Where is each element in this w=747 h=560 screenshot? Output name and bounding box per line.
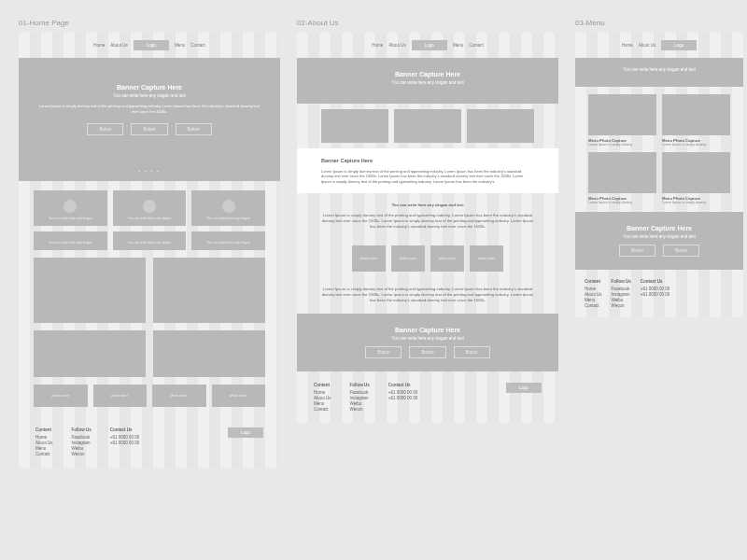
feature-card[interactable]: You can write here any slogan (113, 231, 187, 250)
menu-subtext: Lorem Ipsum is simply dummy (662, 201, 730, 204)
footer: Content Home About Us Menu Contact Follo… (19, 416, 280, 468)
banner-button[interactable]: Button (365, 346, 402, 358)
menu-card[interactable]: Menu Photo Capture Lorem Ipsum is simply… (588, 152, 656, 204)
footer-logo[interactable]: Logo (228, 427, 263, 438)
footer: Content Home About Us Menu Contact Follo… (575, 270, 743, 317)
logo[interactable]: Logo (661, 40, 697, 50)
footer-link[interactable]: Contact (585, 303, 602, 308)
menu-subtext: Lorem Ipsum is simply dummy (662, 143, 730, 147)
nav-contact[interactable]: Contact (469, 43, 484, 48)
nav-menu[interactable]: Menu (453, 43, 463, 48)
nav-home[interactable]: Home (93, 43, 105, 48)
section-heading: Banner Capture Here (321, 158, 529, 165)
footer-link[interactable]: Home (314, 390, 331, 395)
footer-phone: +61 0000 00 00 (641, 292, 669, 297)
banner-button[interactable]: Button (131, 123, 167, 135)
footer-link[interactable]: Menu (585, 298, 602, 302)
nav-home[interactable]: Home (372, 43, 383, 48)
banner-button[interactable]: Button (454, 346, 490, 358)
footer-link[interactable]: Wecon (350, 407, 370, 412)
thumbnail[interactable]: photo name (152, 385, 206, 407)
nav-about[interactable]: About Us (639, 43, 656, 48)
stat-box: photo name (430, 245, 464, 272)
wireframe-home: Home About Us Logo Menu Contact Banner C… (19, 33, 280, 468)
footer-link[interactable]: Wecon (612, 303, 631, 308)
footer-link[interactable]: Facebook (350, 390, 370, 395)
footer-link[interactable]: About Us (35, 441, 53, 445)
image-placeholder (34, 330, 146, 377)
footer-phone: +61 0000 00 00 (641, 287, 669, 291)
paragraph: Lorem Ipsum is simply dummy text of the … (321, 213, 534, 231)
footer-phone: +61 0000 00 00 (110, 435, 139, 440)
feature-card[interactable]: You can write here any slogan (191, 190, 265, 226)
hero-banner: Banner Capture Here You can write here a… (297, 58, 558, 104)
nav-about[interactable]: About Us (388, 43, 406, 48)
banner-title: Banner Capture Here (594, 225, 725, 231)
logo[interactable]: Logo (134, 40, 169, 50)
banner-button[interactable]: Button (663, 245, 699, 257)
feature-card[interactable]: You can write here any slogan (113, 190, 187, 226)
banner-button[interactable]: Button (176, 123, 212, 135)
nav-about[interactable]: About Us (110, 43, 128, 48)
footer-link[interactable]: Menu (35, 446, 53, 451)
page-label-about: 02-About Us (297, 19, 558, 27)
banner-subtitle: You can write here any slogan and text (316, 336, 540, 341)
footer-link[interactable]: Weibo (612, 298, 631, 302)
banner-body: Lorem Ipsum is simply dummy text of the … (37, 104, 261, 114)
nav-contact[interactable]: Contact (190, 43, 205, 48)
footer-link[interactable]: Contact (35, 452, 53, 456)
thumbnail[interactable]: photo name (93, 385, 148, 407)
menu-card[interactable]: Menu Photo Capture Lorem Ipsum is simply… (588, 94, 656, 147)
banner-button[interactable]: Button (619, 245, 655, 257)
slogan: You can write here any slogan and text (321, 203, 534, 208)
footer-link[interactable]: Weibo (350, 401, 370, 406)
feature-card[interactable]: You can write here any slogan (191, 231, 265, 250)
footer-follow-head: Follow Us (72, 427, 92, 432)
footer-link[interactable]: Contact (314, 407, 331, 412)
menu-card[interactable]: Menu Photo Capture Lorem Ipsum is simply… (662, 152, 730, 204)
footer-phone: +61 0000 00 00 (388, 390, 417, 395)
footer-link[interactable]: About Us (314, 396, 331, 400)
banner-subtitle: You can write here any slogan and text (37, 93, 261, 98)
footer-content-head: Content (35, 427, 53, 432)
footer-phone: +61 0000 00 00 (110, 441, 139, 445)
menu-image (588, 94, 656, 135)
footer-contact-head: Contact Us (110, 427, 139, 432)
stat-box: photo name (470, 245, 503, 272)
nav-menu[interactable]: Menu (175, 43, 185, 48)
footer-link[interactable]: Instagram (350, 396, 370, 400)
feature-card[interactable]: You can write here any slogan (34, 190, 107, 226)
banner-button[interactable]: Button (87, 123, 123, 135)
footer-link[interactable]: Home (35, 435, 53, 440)
nav-home[interactable]: Home (622, 43, 633, 48)
banner-title: Banner Capture Here (316, 71, 540, 77)
wireframe-about: Home About Us Logo Menu Contact Banner C… (297, 33, 558, 423)
banner-button[interactable]: Button (409, 346, 445, 358)
carousel-dots[interactable]: • • • • (19, 161, 280, 181)
footer-link[interactable]: Weibo (72, 446, 92, 451)
image-placeholder (34, 258, 146, 323)
footer-logo[interactable]: Logo (506, 383, 542, 393)
page-label-home: 01-Home Page (19, 19, 280, 27)
footer-link[interactable]: Facebook (72, 435, 92, 440)
avatar-icon (63, 200, 77, 213)
thumbnail[interactable]: photo name (212, 385, 266, 407)
footer-link[interactable]: Home (585, 287, 602, 291)
thumbnail[interactable]: photo name (34, 385, 88, 407)
logo[interactable]: Logo (412, 40, 447, 50)
footer-link[interactable]: Wecon (72, 452, 92, 456)
page-label-menu: 03-Menu (575, 19, 743, 27)
footer-link[interactable]: Menu (314, 401, 331, 406)
menu-image (588, 152, 656, 193)
header: Home About Us Logo (575, 33, 743, 58)
footer-link[interactable]: Instagram (72, 441, 92, 445)
menu-card[interactable]: Menu Photo Capture Lorem Ipsum is simply… (662, 94, 730, 147)
menu-subtext: Lorem Ipsum is simply dummy (588, 143, 656, 147)
wireframe-menu: Home About Us Logo You can write here an… (575, 33, 743, 317)
footer-link[interactable]: About Us (585, 292, 602, 297)
feature-card[interactable]: You can write here any slogan (34, 231, 107, 250)
footer-link[interactable]: Facebook (612, 287, 631, 291)
paragraph: Lorem Ipsum is simply dummy text of the … (321, 287, 534, 304)
banner-title: Banner Capture Here (316, 327, 540, 333)
footer-link[interactable]: Instagram (612, 292, 631, 297)
